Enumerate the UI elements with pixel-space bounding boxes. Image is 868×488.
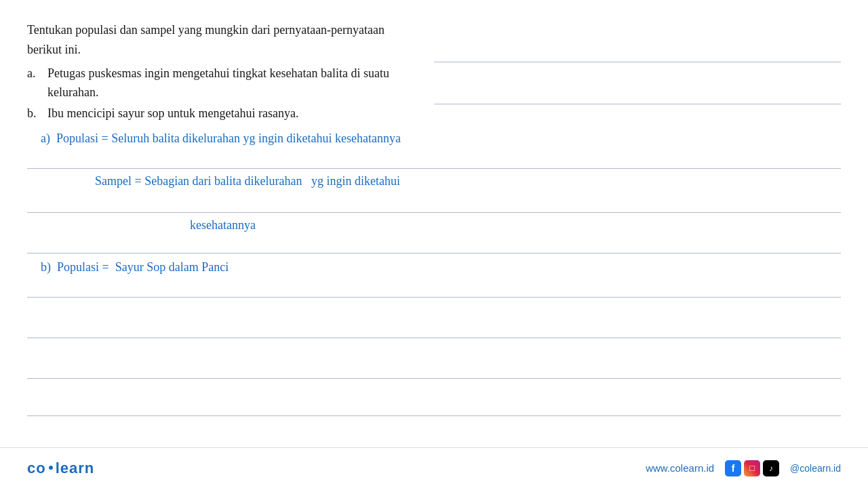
social-handle: @colearn.id — [790, 463, 841, 474]
answer-a-line1: a) Populasi = Seluruh balita dikelurahan… — [27, 125, 841, 169]
blank-answer-line-2 — [27, 338, 841, 379]
blank-answer-line-1 — [27, 298, 841, 338]
answer-a-line3: kesehatannya — [27, 213, 841, 253]
footer: colearn www.colearn.id f □ ♪ @colearn.id — [0, 447, 868, 488]
answer-a-text1: a) Populasi = Seluruh balita dikelurahan… — [41, 131, 401, 145]
social-icons: f □ ♪ — [725, 460, 779, 476]
question-item-a: a. Petugas puskesmas ingin mengetahui ti… — [27, 64, 420, 103]
instagram-icon: □ — [744, 460, 760, 476]
question-items: a. Petugas puskesmas ingin mengetahui ti… — [27, 64, 420, 123]
blank-answer-line-3 — [27, 379, 841, 416]
answer-a-line2: Sampel = Sebagian dari balita dikeluraha… — [27, 169, 841, 213]
question-text-b: Ibu mencicipi sayur sop untuk mengetahui… — [47, 104, 298, 123]
question-label-b: b. — [27, 104, 41, 123]
answer-b-line1: b) Populasi = Sayur Sop dalam Panci — [27, 253, 841, 298]
logo-dot — [49, 466, 53, 470]
answer-a-text2: Sampel = Sebagian dari balita dikeluraha… — [95, 174, 827, 188]
question-intro: Tentukan populasi dan sampel yang mungki… — [27, 20, 420, 60]
facebook-icon: f — [725, 460, 741, 476]
footer-right: www.colearn.id f □ ♪ @colearn.id — [646, 460, 841, 476]
answer-b-text1: b) Populasi = Sayur Sop dalam Panci — [41, 260, 229, 274]
answer-a-text3: kesehatannya — [190, 218, 827, 232]
tiktok-icon: ♪ — [763, 460, 779, 476]
footer-logo: colearn — [27, 460, 94, 477]
question-text-a: Petugas puskesmas ingin mengetahui tingk… — [47, 64, 420, 103]
question-item-b: b. Ibu mencicipi sayur sop untuk mengeta… — [27, 104, 420, 123]
blank-line-1 — [434, 20, 841, 62]
blank-line-2 — [434, 62, 841, 104]
question-label-a: a. — [27, 64, 41, 103]
footer-url: www.colearn.id — [646, 462, 714, 474]
